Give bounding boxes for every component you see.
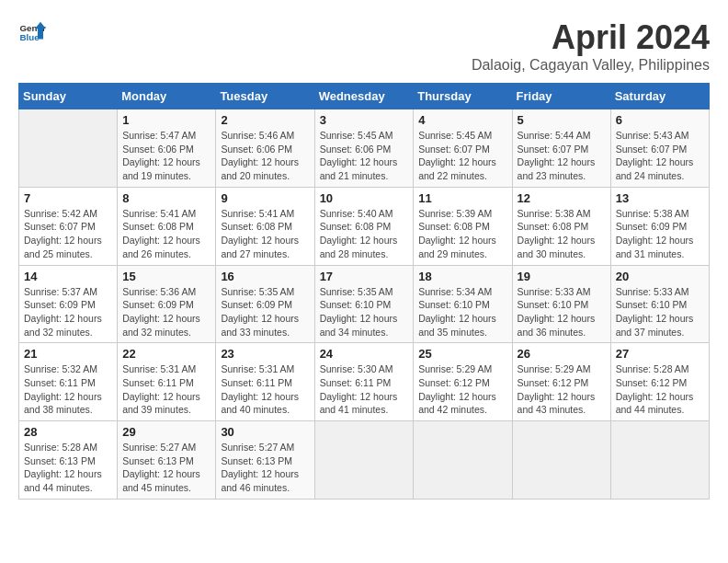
- calendar-cell: 14Sunrise: 5:37 AM Sunset: 6:09 PM Dayli…: [19, 265, 118, 343]
- calendar-cell: 9Sunrise: 5:41 AM Sunset: 6:08 PM Daylig…: [216, 187, 314, 265]
- day-number: 12: [518, 191, 606, 205]
- calendar-cell: 27Sunrise: 5:28 AM Sunset: 6:12 PM Dayli…: [610, 343, 709, 421]
- day-number: 4: [418, 113, 506, 127]
- calendar-cell: 12Sunrise: 5:38 AM Sunset: 6:08 PM Dayli…: [512, 187, 610, 265]
- day-detail: Sunrise: 5:29 AM Sunset: 6:12 PM Dayligh…: [518, 362, 606, 417]
- calendar-cell: 18Sunrise: 5:34 AM Sunset: 6:10 PM Dayli…: [414, 265, 512, 343]
- day-number: 5: [518, 113, 606, 127]
- day-number: 19: [518, 270, 606, 283]
- calendar-cell: [414, 421, 512, 500]
- day-detail: Sunrise: 5:30 AM Sunset: 6:11 PM Dayligh…: [320, 362, 409, 417]
- day-detail: Sunrise: 5:39 AM Sunset: 6:08 PM Dayligh…: [418, 207, 506, 261]
- calendar-cell: 30Sunrise: 5:27 AM Sunset: 6:13 PM Dayli…: [216, 421, 314, 500]
- day-number: 18: [418, 270, 506, 283]
- calendar-cell: 21Sunrise: 5:32 AM Sunset: 6:11 PM Dayli…: [19, 343, 118, 421]
- header-cell-sunday: Sunday: [19, 84, 118, 109]
- calendar-body: 1Sunrise: 5:47 AM Sunset: 6:06 PM Daylig…: [19, 109, 710, 500]
- calendar-cell: 22Sunrise: 5:31 AM Sunset: 6:11 PM Dayli…: [118, 343, 216, 421]
- calendar-week-4: 21Sunrise: 5:32 AM Sunset: 6:11 PM Dayli…: [19, 343, 710, 421]
- day-number: 21: [24, 347, 112, 361]
- calendar-cell: [314, 421, 414, 500]
- calendar-cell: 15Sunrise: 5:36 AM Sunset: 6:09 PM Dayli…: [118, 265, 216, 343]
- day-number: 25: [418, 347, 506, 361]
- day-number: 8: [122, 191, 210, 205]
- header-cell-friday: Friday: [512, 84, 610, 109]
- day-number: 13: [616, 191, 704, 205]
- day-number: 29: [122, 425, 210, 439]
- calendar-cell: 23Sunrise: 5:31 AM Sunset: 6:11 PM Dayli…: [216, 343, 314, 421]
- logo-icon: General Blue: [18, 18, 46, 46]
- day-detail: Sunrise: 5:31 AM Sunset: 6:11 PM Dayligh…: [122, 362, 210, 417]
- day-detail: Sunrise: 5:27 AM Sunset: 6:13 PM Dayligh…: [221, 441, 309, 495]
- day-detail: Sunrise: 5:28 AM Sunset: 6:12 PM Dayligh…: [616, 362, 704, 417]
- calendar-week-5: 28Sunrise: 5:28 AM Sunset: 6:13 PM Dayli…: [19, 421, 710, 500]
- day-detail: Sunrise: 5:38 AM Sunset: 6:08 PM Dayligh…: [518, 207, 606, 261]
- calendar-cell: 24Sunrise: 5:30 AM Sunset: 6:11 PM Dayli…: [314, 343, 414, 421]
- calendar-cell: 11Sunrise: 5:39 AM Sunset: 6:08 PM Dayli…: [414, 187, 512, 265]
- day-number: 20: [616, 270, 704, 283]
- day-detail: Sunrise: 5:33 AM Sunset: 6:10 PM Dayligh…: [616, 285, 704, 339]
- day-detail: Sunrise: 5:35 AM Sunset: 6:10 PM Dayligh…: [320, 285, 409, 339]
- calendar-header: SundayMondayTuesdayWednesdayThursdayFrid…: [19, 84, 710, 109]
- calendar-week-1: 1Sunrise: 5:47 AM Sunset: 6:06 PM Daylig…: [19, 109, 710, 188]
- day-number: 27: [616, 347, 704, 361]
- day-detail: Sunrise: 5:32 AM Sunset: 6:11 PM Dayligh…: [24, 362, 112, 417]
- day-detail: Sunrise: 5:28 AM Sunset: 6:13 PM Dayligh…: [24, 441, 112, 495]
- page-header: General Blue April 2024 Dalaoig, Cagayan…: [18, 18, 710, 74]
- calendar-cell: 17Sunrise: 5:35 AM Sunset: 6:10 PM Dayli…: [314, 265, 414, 343]
- day-number: 7: [24, 191, 112, 205]
- day-number: 6: [616, 113, 704, 127]
- calendar-cell: 6Sunrise: 5:43 AM Sunset: 6:07 PM Daylig…: [610, 109, 709, 188]
- day-number: 22: [122, 347, 210, 361]
- day-detail: Sunrise: 5:35 AM Sunset: 6:09 PM Dayligh…: [221, 285, 309, 339]
- calendar-cell: [512, 421, 610, 500]
- calendar-cell: [19, 109, 118, 188]
- day-number: 9: [221, 191, 309, 205]
- header-cell-monday: Monday: [118, 84, 216, 109]
- day-detail: Sunrise: 5:41 AM Sunset: 6:08 PM Dayligh…: [221, 207, 309, 261]
- day-detail: Sunrise: 5:43 AM Sunset: 6:07 PM Dayligh…: [616, 129, 704, 183]
- calendar-cell: 28Sunrise: 5:28 AM Sunset: 6:13 PM Dayli…: [19, 421, 118, 500]
- day-number: 14: [24, 270, 112, 283]
- day-number: 23: [221, 347, 309, 361]
- calendar-cell: 4Sunrise: 5:45 AM Sunset: 6:07 PM Daylig…: [414, 109, 512, 188]
- calendar-cell: 20Sunrise: 5:33 AM Sunset: 6:10 PM Dayli…: [610, 265, 709, 343]
- svg-text:Blue: Blue: [20, 32, 40, 42]
- day-number: 11: [418, 191, 506, 205]
- header-cell-saturday: Saturday: [610, 84, 709, 109]
- day-detail: Sunrise: 5:38 AM Sunset: 6:09 PM Dayligh…: [616, 207, 704, 261]
- calendar-cell: 10Sunrise: 5:40 AM Sunset: 6:08 PM Dayli…: [314, 187, 414, 265]
- day-number: 10: [320, 191, 409, 205]
- calendar-cell: 29Sunrise: 5:27 AM Sunset: 6:13 PM Dayli…: [118, 421, 216, 500]
- calendar-cell: 1Sunrise: 5:47 AM Sunset: 6:06 PM Daylig…: [118, 109, 216, 188]
- calendar-cell: 25Sunrise: 5:29 AM Sunset: 6:12 PM Dayli…: [414, 343, 512, 421]
- day-number: 30: [221, 425, 309, 439]
- day-detail: Sunrise: 5:46 AM Sunset: 6:06 PM Dayligh…: [221, 129, 309, 183]
- day-number: 1: [122, 113, 210, 127]
- calendar-week-2: 7Sunrise: 5:42 AM Sunset: 6:07 PM Daylig…: [19, 187, 710, 265]
- calendar-week-3: 14Sunrise: 5:37 AM Sunset: 6:09 PM Dayli…: [19, 265, 710, 343]
- location-title: Dalaoig, Cagayan Valley, Philippines: [472, 57, 710, 74]
- header-cell-thursday: Thursday: [414, 84, 512, 109]
- calendar-cell: 13Sunrise: 5:38 AM Sunset: 6:09 PM Dayli…: [610, 187, 709, 265]
- day-detail: Sunrise: 5:41 AM Sunset: 6:08 PM Dayligh…: [122, 207, 210, 261]
- day-detail: Sunrise: 5:45 AM Sunset: 6:06 PM Dayligh…: [320, 129, 409, 183]
- day-number: 15: [122, 270, 210, 283]
- day-number: 24: [320, 347, 409, 361]
- day-detail: Sunrise: 5:33 AM Sunset: 6:10 PM Dayligh…: [518, 285, 606, 339]
- day-detail: Sunrise: 5:29 AM Sunset: 6:12 PM Dayligh…: [418, 362, 506, 417]
- day-number: 28: [24, 425, 112, 439]
- day-detail: Sunrise: 5:36 AM Sunset: 6:09 PM Dayligh…: [122, 285, 210, 339]
- day-number: 17: [320, 270, 409, 283]
- calendar-cell: 16Sunrise: 5:35 AM Sunset: 6:09 PM Dayli…: [216, 265, 314, 343]
- calendar-cell: 2Sunrise: 5:46 AM Sunset: 6:06 PM Daylig…: [216, 109, 314, 188]
- month-title: April 2024: [472, 18, 710, 57]
- day-detail: Sunrise: 5:47 AM Sunset: 6:06 PM Dayligh…: [122, 129, 210, 183]
- day-detail: Sunrise: 5:45 AM Sunset: 6:07 PM Dayligh…: [418, 129, 506, 183]
- header-row: SundayMondayTuesdayWednesdayThursdayFrid…: [19, 84, 710, 109]
- day-detail: Sunrise: 5:42 AM Sunset: 6:07 PM Dayligh…: [24, 207, 112, 261]
- day-detail: Sunrise: 5:31 AM Sunset: 6:11 PM Dayligh…: [221, 362, 309, 417]
- calendar-cell: 19Sunrise: 5:33 AM Sunset: 6:10 PM Dayli…: [512, 265, 610, 343]
- day-number: 2: [221, 113, 309, 127]
- calendar-cell: 3Sunrise: 5:45 AM Sunset: 6:06 PM Daylig…: [314, 109, 414, 188]
